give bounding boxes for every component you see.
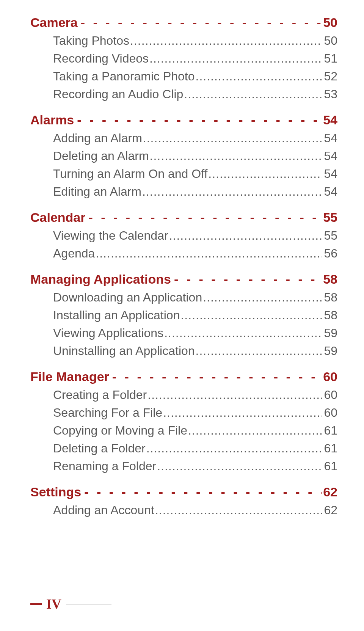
toc-section[interactable]: File Manager- - - - - - - - - - - - - - … — [30, 369, 337, 384]
toc-item[interactable]: Recording an Audio Clip.................… — [53, 87, 337, 101]
toc-item[interactable]: Viewing the Calendar....................… — [53, 229, 337, 243]
toc-item-page: 53 — [322, 87, 337, 101]
toc-item-title: Copying or Moving a File — [53, 424, 188, 438]
toc-item-title: Searching For a File — [53, 406, 163, 420]
toc-item-page: 62 — [322, 503, 337, 517]
toc-item[interactable]: Uninstalling an Application.............… — [53, 344, 337, 358]
toc-item-page: 54 — [322, 131, 337, 145]
toc-item-title: Viewing Applications — [53, 326, 164, 340]
toc-leader-dots: ........................................… — [164, 326, 322, 340]
toc-section-page: 62 — [322, 485, 337, 499]
toc-item[interactable]: Copying or Moving a File................… — [53, 424, 337, 438]
toc-leader-dashes: - - - - - - - - - - - - - - - - - - - - … — [174, 272, 322, 287]
toc-item[interactable]: Searching For a File....................… — [53, 406, 337, 420]
toc-item[interactable]: Turning an Alarm On and Off.............… — [53, 167, 337, 181]
toc-leader-dashes: - - - - - - - - - - - - - - - - - - - - … — [81, 15, 322, 30]
toc-item-title: Editing an Alarm — [53, 185, 142, 199]
toc-item-page: 54 — [322, 167, 337, 181]
toc-section-title: Alarms — [30, 113, 77, 127]
toc-leader-dots: ........................................… — [196, 344, 323, 358]
toc-leader-dashes: - - - - - - - - - - - - - - - - - - - - … — [84, 485, 322, 499]
footer-line — [66, 604, 111, 604]
toc-leader-dots: ........................................… — [146, 441, 323, 455]
toc-item-page: 55 — [322, 229, 337, 243]
toc-item[interactable]: Creating a Folder.......................… — [53, 388, 337, 402]
toc-leader-dots: ........................................… — [184, 87, 322, 101]
toc-item-page: 58 — [322, 308, 337, 322]
toc-item-page: 50 — [322, 34, 337, 48]
toc-item-title: Uninstalling an Application — [53, 344, 196, 358]
toc-section-page: 54 — [322, 113, 337, 127]
toc-item[interactable]: Viewing Applications....................… — [53, 326, 337, 340]
toc-item[interactable]: Downloading an Application..............… — [53, 290, 337, 305]
toc-item-title: Recording Videos — [53, 52, 149, 66]
toc-item[interactable]: Adding an Alarm.........................… — [53, 131, 337, 145]
toc-section-page: 60 — [322, 369, 337, 384]
toc-leader-dots: ........................................… — [163, 406, 322, 420]
toc-leader-dots: ........................................… — [188, 424, 322, 438]
toc-item[interactable]: Editing an Alarm........................… — [53, 185, 337, 199]
toc-item-title: Creating a Folder — [53, 388, 147, 402]
toc-leader-dashes: - - - - - - - - - - - - - - - - - - - - … — [89, 210, 322, 225]
toc-item[interactable]: Deleting a Folder.......................… — [53, 441, 337, 455]
toc-leader-dashes: - - - - - - - - - - - - - - - - - - - - … — [77, 113, 322, 127]
toc-leader-dots: ........................................… — [155, 503, 323, 517]
toc-section[interactable]: Alarms- - - - - - - - - - - - - - - - - … — [30, 113, 337, 127]
toc-leader-dots: ........................................… — [180, 308, 322, 322]
toc-section-title: File Manager — [30, 369, 112, 384]
toc-leader-dots: ........................................… — [149, 52, 322, 66]
toc-leader-dots: ........................................… — [142, 185, 322, 199]
toc-item-page: 58 — [322, 290, 337, 305]
toc-item-page: 59 — [322, 326, 337, 340]
toc-leader-dots: ........................................… — [143, 131, 323, 145]
footer-accent-bar — [30, 603, 42, 605]
toc-leader-dots: ........................................… — [169, 229, 323, 243]
toc-section-title: Camera — [30, 15, 81, 30]
toc-item[interactable]: Adding an Account.......................… — [53, 503, 337, 517]
toc-section-title: Managing Applications — [30, 272, 174, 287]
toc-item-title: Recording an Audio Clip — [53, 87, 184, 101]
toc-section[interactable]: Managing Applications- - - - - - - - - -… — [30, 272, 337, 287]
toc-item-page: 59 — [322, 344, 337, 358]
page-footer: IV — [30, 596, 111, 612]
toc-item[interactable]: Installing an Application...............… — [53, 308, 337, 322]
toc-item-page: 51 — [322, 52, 337, 66]
toc-item-title: Adding an Account — [53, 503, 155, 517]
table-of-contents: Camera- - - - - - - - - - - - - - - - - … — [30, 15, 337, 517]
toc-item[interactable]: Deleting an Alarm.......................… — [53, 149, 337, 163]
toc-item-title: Installing an Application — [53, 308, 180, 322]
toc-leader-dashes: - - - - - - - - - - - - - - - - - - - - … — [112, 369, 322, 384]
toc-item-title: Viewing the Calendar — [53, 229, 169, 243]
toc-section-page: 50 — [322, 15, 337, 30]
toc-item-title: Taking a Panoramic Photo — [53, 69, 196, 83]
toc-item-title: Taking Photos — [53, 34, 130, 48]
toc-item-title: Deleting a Folder — [53, 441, 146, 455]
toc-section[interactable]: Settings- - - - - - - - - - - - - - - - … — [30, 485, 337, 499]
toc-leader-dots: ........................................… — [130, 34, 322, 48]
toc-item-title: Agenda — [53, 246, 96, 261]
toc-section-page: 55 — [322, 210, 337, 225]
toc-item-page: 60 — [322, 406, 337, 420]
toc-section[interactable]: Camera- - - - - - - - - - - - - - - - - … — [30, 15, 337, 30]
toc-item-page: 60 — [322, 388, 337, 402]
toc-leader-dots: ........................................… — [157, 459, 322, 473]
toc-item-page: 56 — [322, 246, 337, 261]
toc-leader-dots: ........................................… — [96, 246, 322, 261]
toc-item-title: Downloading an Application — [53, 290, 203, 305]
toc-item-page: 61 — [322, 441, 337, 455]
toc-item[interactable]: Renaming a Folder.......................… — [53, 459, 337, 473]
toc-item-title: Renaming a Folder — [53, 459, 157, 473]
toc-item-page: 54 — [322, 149, 337, 163]
page-number-roman: IV — [46, 596, 61, 612]
toc-leader-dots: ........................................… — [150, 149, 323, 163]
toc-item[interactable]: Recording Videos........................… — [53, 52, 337, 66]
toc-item[interactable]: Taking a Panoramic Photo................… — [53, 69, 337, 83]
toc-section-title: Settings — [30, 485, 84, 499]
toc-item-page: 61 — [322, 424, 337, 438]
toc-item-page: 52 — [322, 69, 337, 83]
toc-leader-dots: ........................................… — [203, 290, 322, 305]
toc-item[interactable]: Taking Photos...........................… — [53, 34, 337, 48]
toc-item-page: 61 — [322, 459, 337, 473]
toc-section[interactable]: Calendar- - - - - - - - - - - - - - - - … — [30, 210, 337, 225]
toc-item[interactable]: Agenda..................................… — [53, 246, 337, 261]
